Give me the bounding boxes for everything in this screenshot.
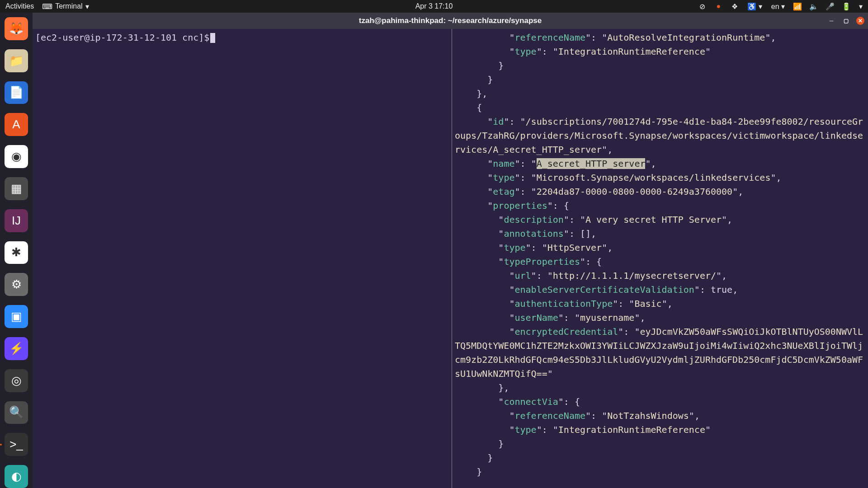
- app-menu-label: Terminal: [55, 2, 82, 10]
- dock-slack[interactable]: ✱: [5, 241, 28, 264]
- dock-obs[interactable]: ◎: [5, 369, 28, 392]
- battery-icon[interactable]: 🔋: [843, 3, 850, 10]
- activities-button[interactable]: Activities: [5, 2, 34, 10]
- system-menu-chevron[interactable]: ▾: [859, 2, 863, 11]
- app-menu[interactable]: ⌨ Terminal ▾: [42, 2, 89, 11]
- terminal-body: [ec2-user@ip-172-31-12-101 cnc]$ "refere…: [33, 29, 868, 488]
- do-not-disturb-icon[interactable]: ⊘: [698, 3, 706, 10]
- input-source[interactable]: en ▾: [771, 2, 785, 11]
- clock[interactable]: Apr 3 17:10: [415, 2, 453, 10]
- dock-azure-data-studio[interactable]: ◐: [5, 465, 28, 488]
- accessibility-menu[interactable]: ♿ ▾: [747, 2, 762, 11]
- dock-intellij[interactable]: IJ: [5, 209, 28, 232]
- dock-libreoffice-writer[interactable]: 📄: [5, 81, 28, 104]
- dock-firefox[interactable]: 🦊: [5, 17, 28, 40]
- volume-icon[interactable]: 🔈: [810, 3, 817, 10]
- mic-icon[interactable]: 🎤: [826, 3, 834, 10]
- dock-settings[interactable]: ⚙: [5, 273, 28, 296]
- shell-prompt: [ec2-user@ip-172-31-12-101 cnc]$: [35, 32, 209, 43]
- dock-sublime[interactable]: ▦: [5, 177, 28, 200]
- app-indicator-icon[interactable]: ❖: [731, 3, 738, 10]
- close-button[interactable]: ✕: [856, 17, 864, 25]
- cursor: [210, 33, 215, 43]
- maximize-button[interactable]: ▢: [842, 17, 850, 25]
- minimize-button[interactable]: ─: [827, 17, 835, 25]
- chevron-down-icon: ▾: [85, 2, 89, 11]
- wifi-icon[interactable]: 📶: [794, 3, 801, 10]
- tmux-right-pane[interactable]: "referenceName": "AutoResolveIntegration…: [452, 29, 868, 488]
- dock-software[interactable]: A: [5, 113, 28, 136]
- screen-record-icon[interactable]: ●: [715, 3, 722, 10]
- dock-files[interactable]: 📁: [5, 49, 28, 72]
- window-titlebar[interactable]: tzah@pahima-thinkpad: ~/research/azure/s…: [33, 13, 868, 29]
- dock-terminal[interactable]: >_: [5, 433, 28, 456]
- gnome-topbar: Activities ⌨ Terminal ▾ Apr 3 17:10 ⊘ ● …: [0, 0, 868, 13]
- tmux-left-pane[interactable]: [ec2-user@ip-172-31-12-101 cnc]$: [33, 29, 452, 488]
- dock: 🦊📁📄A◉▦IJ✱⚙▣⚡◎🔍>_◐: [0, 13, 33, 488]
- dock-zoom[interactable]: ▣: [5, 305, 28, 328]
- dock-chrome[interactable]: ◉: [5, 145, 28, 168]
- dock-image-viewer[interactable]: 🔍: [5, 401, 28, 424]
- dock-burp[interactable]: ⚡: [5, 337, 28, 360]
- terminal-icon: ⌨: [42, 2, 52, 11]
- window-title: tzah@pahima-thinkpad: ~/research/azure/s…: [359, 16, 542, 25]
- terminal-window: tzah@pahima-thinkpad: ~/research/azure/s…: [33, 13, 868, 488]
